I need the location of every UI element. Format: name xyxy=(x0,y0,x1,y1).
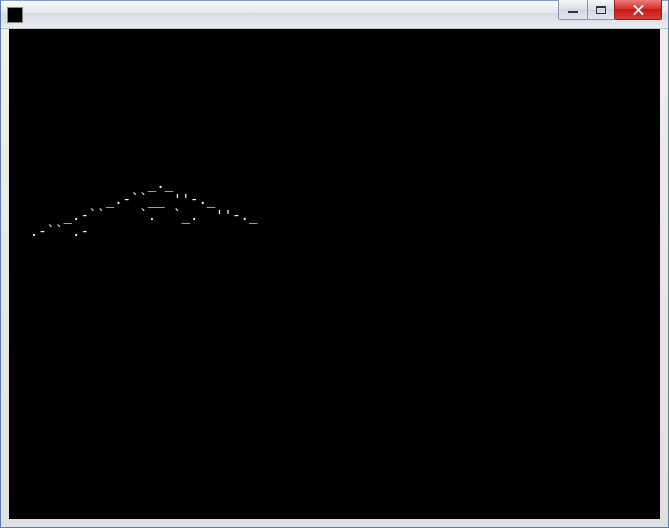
minimize-icon xyxy=(568,11,578,13)
window-controls xyxy=(558,0,668,20)
terminal-text: _._ _.-``__ ''-._ _.-`` `. `_. ''-._ .-`… xyxy=(13,31,656,239)
titlebar[interactable] xyxy=(1,1,668,29)
close-button[interactable] xyxy=(614,0,662,20)
maximize-icon xyxy=(596,6,606,14)
maximize-button[interactable] xyxy=(587,0,615,20)
cmd-icon xyxy=(7,7,23,23)
terminal-output[interactable]: _._ _.-``__ ''-._ _.-`` `. `_. ''-._ .-`… xyxy=(9,29,660,519)
minimize-button[interactable] xyxy=(558,0,588,20)
command-prompt-window: _._ _.-``__ ''-._ _.-`` `. `_. ''-._ .-`… xyxy=(0,0,669,528)
close-icon xyxy=(632,4,644,16)
